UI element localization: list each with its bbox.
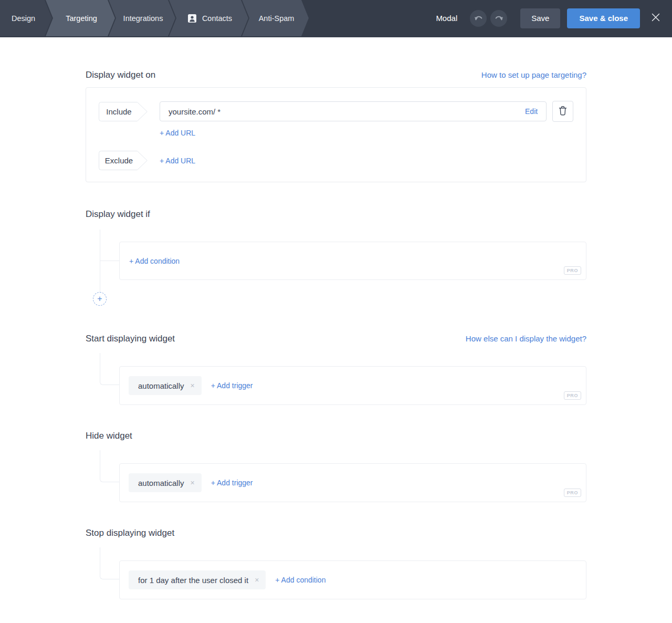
add-trigger-link[interactable]: + Add trigger <box>211 381 253 390</box>
connector-line-elbow <box>100 353 119 385</box>
close-button[interactable] <box>650 12 662 25</box>
tab-contacts[interactable]: Contacts <box>169 0 248 36</box>
close-icon <box>651 13 660 24</box>
connector-line-elbow <box>100 547 119 579</box>
stop-condition-box: for 1 day after the user closed it × + A… <box>119 560 586 599</box>
top-bar: Design Targeting Integrations Contacts A… <box>0 0 672 37</box>
tab-integrations-label: Integrations <box>123 14 163 23</box>
contact-card-icon <box>187 14 197 23</box>
section-title-stop-displaying: Stop displaying widget <box>86 527 174 539</box>
tab-anti-spam[interactable]: Anti-Spam <box>242 0 309 36</box>
connector-line-branch <box>100 261 119 261</box>
add-condition-group-button[interactable]: + <box>93 292 107 306</box>
remove-chip-icon[interactable]: × <box>191 381 195 390</box>
tab-anti-spam-label: Anti-Spam <box>259 14 295 23</box>
include-url-row: Include yoursite.com/ * Edit <box>99 101 573 122</box>
tab-contacts-label: Contacts <box>202 14 232 23</box>
include-tag-label: Include <box>99 102 139 121</box>
condition-group-box: + Add condition PRO <box>119 242 586 280</box>
section-title-display-on: Display widget on <box>86 69 155 81</box>
exclude-tag-label: Exclude <box>99 151 139 170</box>
exclude-tag: Exclude <box>99 151 148 170</box>
pro-badge: PRO <box>564 266 581 275</box>
redo-icon <box>495 14 503 23</box>
remove-chip-icon[interactable]: × <box>191 479 195 487</box>
display-widget-help-link[interactable]: How else can I display the widget? <box>466 334 586 343</box>
section-title-hide-widget: Hide widget <box>86 430 132 442</box>
topbar-actions: Modal Save Save & close <box>436 0 662 36</box>
tab-targeting-label: Targeting <box>66 14 97 23</box>
display-if-flow: + Add condition PRO + <box>86 221 586 280</box>
exclude-url-row: Exclude + Add URL <box>99 151 573 170</box>
tab-design[interactable]: Design <box>0 0 52 36</box>
save-and-close-button[interactable]: Save & close <box>567 8 640 28</box>
start-trigger-box: automatically × + Add trigger PRO <box>119 366 586 405</box>
section-title-display-if: Display widget if <box>86 208 150 221</box>
include-add-url-link[interactable]: + Add URL <box>160 129 195 137</box>
hide-chip-automatically[interactable]: automatically × <box>129 473 202 492</box>
stop-chip-label: for 1 day after the user closed it <box>138 576 248 585</box>
tab-targeting[interactable]: Targeting <box>46 0 115 36</box>
include-tag: Include <box>99 102 148 121</box>
pro-badge: PRO <box>564 391 581 400</box>
trash-icon <box>559 106 567 117</box>
undo-icon <box>474 14 483 23</box>
remove-chip-icon[interactable]: × <box>255 576 259 584</box>
include-url-value: yoursite.com/ * <box>169 107 525 116</box>
hide-trigger-box: automatically × + Add trigger PRO <box>119 463 586 502</box>
include-url-field[interactable]: yoursite.com/ * Edit <box>160 101 547 121</box>
hide-add-trigger-link[interactable]: + Add trigger <box>211 479 253 487</box>
start-displaying-flow: automatically × + Add trigger PRO <box>86 345 586 405</box>
trigger-chip-automatically[interactable]: automatically × <box>129 376 202 395</box>
exclude-add-url-link[interactable]: + Add URL <box>160 157 195 165</box>
page-targeting-panel: Include yoursite.com/ * Edit + Add URL <box>86 87 586 182</box>
stop-chip-closed-duration[interactable]: for 1 day after the user closed it × <box>129 570 266 589</box>
page-targeting-help-link[interactable]: How to set up page targeting? <box>481 70 586 79</box>
tab-design-label: Design <box>12 14 35 23</box>
tab-integrations[interactable]: Integrations <box>109 0 175 36</box>
edit-url-link[interactable]: Edit <box>525 107 538 116</box>
undo-button[interactable] <box>470 10 487 27</box>
delete-url-button[interactable] <box>552 101 573 122</box>
section-title-start-displaying: Start displaying widget <box>86 333 175 345</box>
widget-type-label: Modal <box>436 14 457 23</box>
add-condition-link[interactable]: + Add condition <box>129 257 180 265</box>
connector-line-elbow <box>100 450 119 482</box>
redo-button[interactable] <box>490 10 507 27</box>
save-button[interactable]: Save <box>520 8 560 28</box>
stop-displaying-flow: for 1 day after the user closed it × + A… <box>86 539 586 599</box>
stop-add-condition-link[interactable]: + Add condition <box>275 576 326 584</box>
pro-badge: PRO <box>564 489 581 497</box>
targeting-settings: Display widget on How to set up page tar… <box>86 69 586 623</box>
hide-chip-label: automatically <box>138 479 184 487</box>
hide-widget-flow: automatically × + Add trigger PRO <box>86 442 586 502</box>
trigger-chip-label: automatically <box>138 381 184 390</box>
